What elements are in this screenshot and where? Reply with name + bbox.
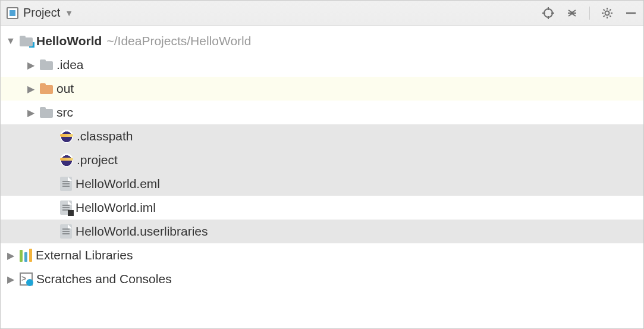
toolbar-left: Project ▼ [7, 6, 73, 20]
tree-label: HelloWorld~/IdeaProjects/HelloWorld [36, 34, 251, 48]
dropdown-arrow-icon[interactable]: ▼ [65, 8, 73, 18]
library-icon [20, 249, 32, 262]
chevron-right-icon[interactable]: ▶ [26, 83, 36, 95]
project-tree: ▼ HelloWorld~/IdeaProjects/HelloWorld ▶ … [1, 26, 643, 291]
chevron-right-icon[interactable]: ▶ [26, 59, 36, 71]
text-file-icon [60, 224, 72, 239]
folder-icon [40, 83, 53, 94]
tree-node-classpath[interactable]: ▶ .classpath [1, 124, 643, 148]
tree-node-eml[interactable]: ▶ HelloWorld.eml [1, 172, 643, 196]
svg-line-14 [610, 9, 611, 10]
minimize-icon[interactable] [624, 7, 637, 20]
module-folder-icon [20, 36, 33, 46]
tree-node-out[interactable]: ▶ out [1, 77, 643, 101]
chevron-right-icon[interactable]: ▶ [26, 107, 36, 118]
tree-label: External Libraries [36, 248, 133, 262]
root-path: ~/IdeaProjects/HelloWorld [106, 34, 251, 48]
tree-label: .project [77, 153, 118, 167]
tree-label: .classpath [77, 129, 133, 143]
eclipse-file-icon [60, 153, 73, 167]
toolbar-right [542, 7, 637, 20]
tree-node-scratches[interactable]: ▶ >_ Scratches and Consoles [1, 267, 643, 291]
tree-label: src [56, 105, 73, 120]
toolbar-title[interactable]: Project [23, 6, 60, 20]
iml-file-icon [60, 200, 72, 215]
tree-label: HelloWorld.iml [76, 200, 156, 215]
chevron-down-icon[interactable]: ▼ [5, 36, 16, 46]
tool-window-icon [7, 7, 18, 19]
tree-label: Scratches and Consoles [36, 272, 172, 286]
text-file-icon [60, 177, 72, 191]
tree-label: HelloWorld.eml [76, 177, 160, 191]
svg-line-13 [604, 15, 605, 17]
eclipse-file-icon [60, 130, 73, 143]
root-name: HelloWorld [36, 34, 102, 48]
chevron-right-icon[interactable]: ▶ [5, 274, 16, 285]
svg-line-12 [610, 15, 611, 17]
project-toolbar: Project ▼ [1, 1, 643, 26]
locate-icon[interactable] [542, 7, 555, 20]
tree-node-external-libraries[interactable]: ▶ External Libraries [1, 243, 643, 267]
gear-icon[interactable] [601, 7, 614, 20]
folder-icon [40, 59, 53, 70]
chevron-right-icon[interactable]: ▶ [5, 250, 16, 261]
tree-node-userlibraries[interactable]: ▶ HelloWorld.userlibraries [1, 220, 643, 243]
svg-point-0 [544, 9, 552, 17]
tree-node-iml[interactable]: ▶ HelloWorld.iml [1, 196, 643, 220]
tree-label: .idea [56, 58, 84, 72]
tree-label: HelloWorld.userlibraries [76, 224, 208, 239]
tree-label: out [56, 82, 74, 96]
scratches-icon: >_ [20, 272, 33, 286]
tree-node-src[interactable]: ▶ src [1, 101, 643, 124]
tree-node-idea[interactable]: ▶ .idea [1, 53, 643, 77]
tree-node-root[interactable]: ▼ HelloWorld~/IdeaProjects/HelloWorld [1, 29, 643, 53]
collapse-all-icon[interactable] [566, 7, 579, 20]
svg-line-11 [604, 9, 605, 10]
folder-icon [40, 107, 53, 118]
tree-node-project[interactable]: ▶ .project [1, 148, 643, 172]
toolbar-separator [589, 7, 590, 20]
svg-point-6 [605, 11, 610, 15]
